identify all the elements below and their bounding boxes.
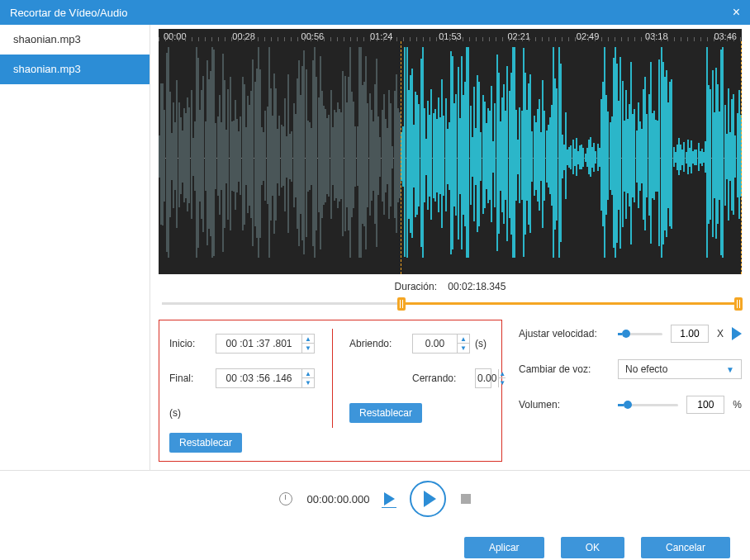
slider-thumb[interactable] xyxy=(624,401,632,409)
seek-play-icon[interactable] xyxy=(384,492,395,505)
sidebar: shaonian.mp3 shaonian.mp3 xyxy=(0,25,150,470)
voice-label: Cambiar de voz: xyxy=(519,363,610,375)
sidebar-item[interactable]: shaonian.mp3 xyxy=(0,25,150,55)
abriendo-label: Abriendo: xyxy=(349,338,407,349)
trim-handle-end[interactable] xyxy=(734,297,743,311)
spin-down-icon[interactable]: ▼ xyxy=(302,344,314,353)
spin-up-icon[interactable]: ▲ xyxy=(458,335,469,344)
play-button[interactable] xyxy=(410,481,446,517)
trim-settings-box: Inicio: 00 :01 :37 .801 ▲▼ Abriendo: 0.0… xyxy=(159,320,502,462)
right-controls: Ajustar velocidad: X Cambiar de voz: No … xyxy=(519,320,742,462)
trim-handle-start[interactable] xyxy=(397,297,406,311)
apply-button[interactable]: Aplicar xyxy=(464,537,544,558)
playback-bar: 00:00:00.000 xyxy=(0,471,750,527)
spin-up-icon[interactable]: ▲ xyxy=(499,369,506,378)
spin-up-icon[interactable]: ▲ xyxy=(302,335,314,344)
spin-up-icon[interactable]: ▲ xyxy=(302,369,314,378)
titlebar: Recortar de Vídeo/Audio × xyxy=(0,0,750,25)
chevron-down-icon: ▼ xyxy=(726,365,734,374)
playback-time: 00:00:00.000 xyxy=(307,493,370,505)
spin-down-icon[interactable]: ▼ xyxy=(302,378,314,387)
inicio-input[interactable]: 00 :01 :37 .801 ▲▼ xyxy=(216,334,315,354)
volume-suffix: % xyxy=(733,399,742,411)
cancel-button[interactable]: Cancelar xyxy=(641,537,730,558)
sidebar-item[interactable]: shaonian.mp3 xyxy=(0,55,150,84)
cerrando-input[interactable]: 0.00 ▲▼ xyxy=(475,368,491,388)
close-icon[interactable]: × xyxy=(733,5,740,20)
sidebar-item-label: shaonian.mp3 xyxy=(13,33,81,45)
volume-label: Volumen: xyxy=(519,399,610,411)
clock-icon xyxy=(279,492,292,505)
abriendo-input[interactable]: 0.00 ▲▼ xyxy=(412,334,470,354)
preview-speed-icon[interactable] xyxy=(732,327,742,340)
window-title: Recortar de Vídeo/Audio xyxy=(10,7,127,19)
volume-slider[interactable] xyxy=(618,398,678,411)
duration-display: Duración: 00:02:18.345 xyxy=(159,274,742,296)
controls-row: Inicio: 00 :01 :37 .801 ▲▼ Abriendo: 0.0… xyxy=(159,320,742,462)
stop-button[interactable] xyxy=(461,494,471,504)
final-input[interactable]: 00 :03 :56 .146 ▲▼ xyxy=(216,368,315,388)
speed-label: Ajustar velocidad: xyxy=(519,328,610,339)
seconds-suffix: (s) xyxy=(475,338,491,349)
spin-down-icon[interactable]: ▼ xyxy=(458,344,469,353)
voice-select[interactable]: No efecto ▼ xyxy=(618,359,742,379)
duration-value: 00:02:18.345 xyxy=(448,281,506,292)
speed-input[interactable] xyxy=(671,325,709,343)
dialog-buttons: Aplicar OK Cancelar xyxy=(0,527,750,560)
reset-fade-button[interactable]: Restablecar xyxy=(169,433,242,453)
cerrando-label: Cerrando: xyxy=(412,373,470,384)
final-label: Final: xyxy=(169,373,211,384)
time-ruler: 00:00 00:28 00:56 01:24 01:53 02:21 02:4… xyxy=(159,29,742,41)
slider-thumb[interactable] xyxy=(622,330,630,338)
main-area: shaonian.mp3 shaonian.mp3 00:00 00:28 00… xyxy=(0,25,750,471)
speed-slider[interactable] xyxy=(618,327,662,340)
sidebar-item-label: shaonian.mp3 xyxy=(13,63,81,75)
waveform-display[interactable] xyxy=(159,41,742,274)
ok-button[interactable]: OK xyxy=(561,537,624,558)
inicio-label: Inicio: xyxy=(169,338,211,349)
spin-down-icon[interactable]: ▼ xyxy=(499,378,506,387)
trim-slider[interactable] xyxy=(162,296,738,311)
reset-trim-button[interactable]: Restablecar xyxy=(349,403,422,423)
voice-value: No efecto xyxy=(625,363,667,375)
speed-suffix: X xyxy=(717,328,724,339)
volume-input[interactable] xyxy=(686,396,724,414)
duration-label: Duración: xyxy=(395,281,437,292)
content-panel: 00:00 00:28 00:56 01:24 01:53 02:21 02:4… xyxy=(150,25,750,470)
seconds-suffix: (s) xyxy=(169,407,211,419)
